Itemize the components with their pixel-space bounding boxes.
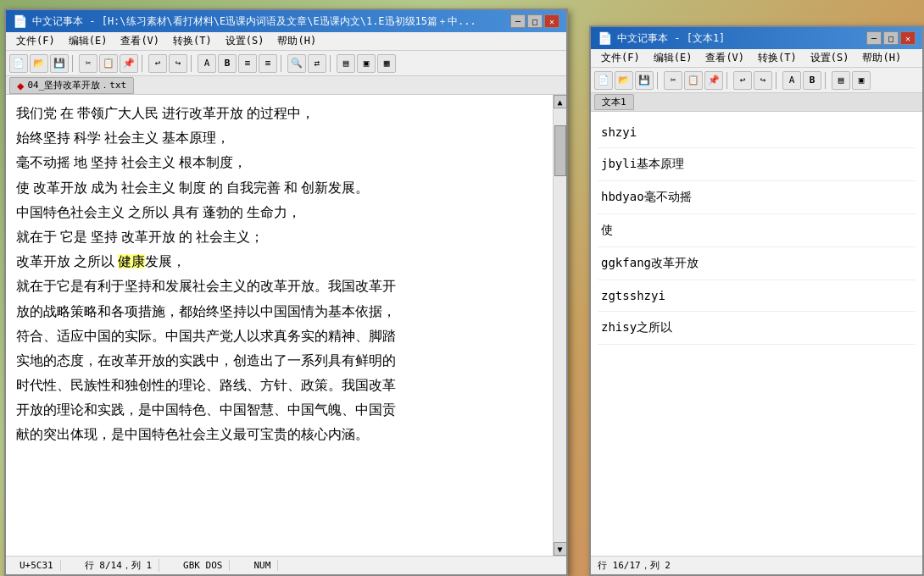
list-item-2: jbyli基本原理 [598, 148, 916, 181]
text-line-2: 始终坚持 科学 社会主义 基本原理， [16, 126, 543, 149]
scroll-up-arrow[interactable]: ▲ [554, 95, 567, 108]
second-tab-bar: 文本1 [591, 93, 922, 112]
second-menu-view[interactable]: 查看(V) [699, 49, 751, 67]
second-tab-text1[interactable]: 文本1 [594, 94, 634, 110]
second-tab-label: 文本1 [602, 97, 626, 108]
second-tb-bold[interactable]: B [803, 71, 821, 90]
second-titlebar-left: 📄 中文记事本 - [文本1] [598, 31, 725, 46]
tb-extra1[interactable]: ▤ [337, 54, 355, 73]
second-maximize-button[interactable]: □ [883, 31, 899, 45]
file-tab-dot: ◆ [17, 79, 24, 92]
second-menu-help[interactable]: 帮助(H) [855, 49, 908, 67]
tb-align[interactable]: ≡ [238, 54, 257, 73]
list-item-1: shzyi [598, 117, 916, 148]
app-icon: 📄 [13, 14, 27, 28]
second-menu-convert[interactable]: 转换(T) [751, 49, 804, 67]
second-tb-save[interactable]: 💾 [635, 71, 654, 90]
tb-undo[interactable]: ↩ [148, 54, 167, 73]
second-menu-edit[interactable]: 编辑(E) [647, 49, 699, 67]
titlebar-left: 📄 中文记事本 - [H:\练习素材\看打材料\E迅课内词语及文章\E迅课内文\… [13, 14, 476, 29]
menu-edit[interactable]: 编辑(E) [62, 32, 114, 50]
text-content[interactable]: 我们党 在 带领广大人民 进行改革开放 的过程中， 始终坚持 科学 社会主义 基… [6, 95, 553, 556]
second-titlebar-controls: ─ □ ✕ [866, 31, 916, 45]
text-line-1: 我们党 在 带领广大人民 进行改革开放 的过程中， [16, 102, 543, 125]
close-button[interactable]: ✕ [544, 14, 559, 28]
main-content-area: 我们党 在 带领广大人民 进行改革开放 的过程中， 始终坚持 科学 社会主义 基… [6, 95, 566, 556]
file-tab-bar: ◆ 04_坚持改革开放．txt [6, 76, 566, 95]
tb-replace[interactable]: ⇄ [308, 54, 326, 73]
text-line-12: 时代性、民族性和独创性的理论、路线、方针、政策。我国改革 [16, 374, 543, 396]
main-titlebar: 📄 中文记事本 - [H:\练习素材\看打材料\E迅课内词语及文章\E迅课内文\… [6, 10, 566, 32]
tb-bold[interactable]: B [218, 54, 237, 73]
second-tb-sep1 [657, 72, 660, 89]
second-toolbar: 📄 📂 💾 ✂ 📋 📌 ↩ ↪ A B ▤ ▣ [591, 68, 922, 93]
tb-paste[interactable]: 📌 [120, 54, 138, 73]
main-status-bar: U+5C31 行 8/14，列 1 GBK DOS NUM [6, 556, 566, 574]
tb-font[interactable]: A [198, 54, 216, 73]
text-line-3: 毫不动摇 地 坚持 社会主义 根本制度， [16, 151, 543, 174]
second-menu-settings[interactable]: 设置(S) [804, 49, 856, 67]
second-tb-new[interactable]: 📄 [594, 71, 613, 90]
second-status-bar: 行 16/17，列 2 [591, 556, 922, 574]
file-tab-active[interactable]: ◆ 04_坚持改革开放．txt [9, 77, 134, 94]
menu-settings[interactable]: 设置(S) [219, 32, 271, 50]
second-tb-sep4 [825, 72, 828, 89]
second-tb-undo[interactable]: ↩ [733, 71, 752, 90]
minimize-button[interactable]: ─ [510, 14, 526, 28]
second-tb-copy[interactable]: 📋 [684, 71, 703, 90]
maximize-button[interactable]: □ [527, 14, 543, 28]
scroll-thumb[interactable] [554, 125, 566, 176]
status-encoding: U+5C31 [13, 560, 61, 571]
tb-sep4 [281, 55, 284, 72]
text-line-9: 放的战略策略和各项措施，都始终坚持以中国国情为基本依据， [16, 300, 543, 323]
second-tb-extra1[interactable]: ▤ [832, 71, 850, 90]
menu-view[interactable]: 查看(V) [114, 32, 166, 50]
text-line-11: 实地的态度，在改革开放的实践中，创造出了一系列具有鲜明的 [16, 349, 543, 372]
tb-new[interactable]: 📄 [9, 54, 28, 73]
second-window: 📄 中文记事本 - [文本1] ─ □ ✕ 文件(F) 编辑(E) 查看(V) … [589, 25, 924, 576]
second-tb-font[interactable]: A [782, 71, 801, 90]
tb-align2[interactable]: ≡ [259, 54, 277, 73]
tb-cut[interactable]: ✂ [79, 54, 97, 73]
second-content[interactable]: shzyi jbyli基本原理 hbdyao毫不动摇 使 ggkfang改革开放… [591, 112, 922, 556]
vertical-scrollbar[interactable]: ▲ ▼ [553, 95, 566, 556]
tb-sep2 [142, 55, 145, 72]
list-item-7: zhisy之所以 [598, 312, 916, 345]
text-line-7: 改革开放 之所以 健康发展， [16, 250, 543, 273]
main-window-title: 中文记事本 - [H:\练习素材\看打材料\E迅课内词语及文章\E迅课内文\1.… [32, 14, 476, 29]
menu-help[interactable]: 帮助(H) [270, 32, 323, 50]
list-item-6: zgtsshzyi [598, 280, 916, 312]
second-tb-sep3 [776, 72, 779, 89]
tb-extra3[interactable]: ▦ [377, 54, 396, 73]
tb-extra2[interactable]: ▣ [357, 54, 376, 73]
tb-search[interactable]: 🔍 [287, 54, 306, 73]
menu-file[interactable]: 文件(F) [9, 32, 62, 50]
tb-open[interactable]: 📂 [30, 54, 48, 73]
second-tb-extra2[interactable]: ▣ [852, 71, 871, 90]
second-tb-cut[interactable]: ✂ [664, 71, 682, 90]
second-titlebar: 📄 中文记事本 - [文本1] ─ □ ✕ [591, 27, 922, 49]
main-menu-bar: 文件(F) 编辑(E) 查看(V) 转换(T) 设置(S) 帮助(H) [6, 32, 566, 51]
file-tab-label: 04_坚持改革开放．txt [27, 79, 126, 91]
tb-copy[interactable]: 📋 [99, 54, 118, 73]
second-tb-redo[interactable]: ↪ [754, 71, 772, 90]
second-tb-open[interactable]: 📂 [615, 71, 633, 90]
tb-sep1 [72, 55, 75, 72]
menu-convert[interactable]: 转换(T) [166, 32, 219, 50]
text-line-5: 中国特色社会主义 之所以 具有 蓬勃的 生命力， [16, 201, 543, 224]
second-minimize-button[interactable]: ─ [866, 31, 882, 45]
tb-sep3 [191, 55, 194, 72]
list-item-5: ggkfang改革开放 [598, 247, 916, 280]
status-mode: NUM [247, 560, 278, 571]
second-tb-paste[interactable]: 📌 [704, 71, 723, 90]
titlebar-controls: ─ □ ✕ [510, 14, 559, 28]
main-window: 📄 中文记事本 - [H:\练习素材\看打材料\E迅课内词语及文章\E迅课内文\… [4, 8, 568, 576]
tb-redo[interactable]: ↪ [169, 54, 187, 73]
second-close-button[interactable]: ✕ [900, 31, 916, 45]
main-toolbar: 📄 📂 💾 ✂ 📋 📌 ↩ ↪ A B ≡ ≡ 🔍 ⇄ ▤ ▣ ▦ [6, 51, 566, 76]
status-position: 行 8/14，列 1 [78, 559, 159, 572]
second-menu-file[interactable]: 文件(F) [594, 49, 647, 67]
second-window-title: 中文记事本 - [文本1] [617, 31, 725, 46]
scroll-down-arrow[interactable]: ▼ [554, 542, 567, 556]
tb-save[interactable]: 💾 [50, 54, 69, 73]
